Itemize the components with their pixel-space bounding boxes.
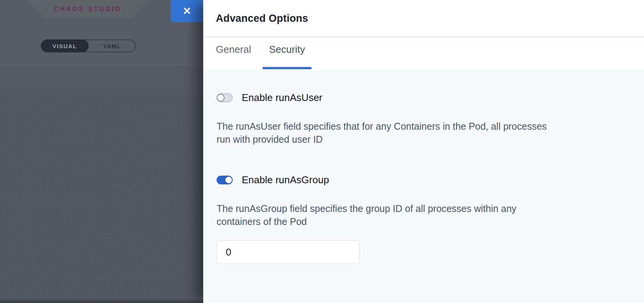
advanced-options-drawer: Advanced Options General Security Enable…: [203, 0, 644, 303]
workflow-canvas-region: CHAOS STUDIO VISUAL YAML ✕: [0, 0, 203, 303]
run-as-group-toggle[interactable]: [217, 176, 233, 184]
run-as-group-row: Enable runAsGroup: [217, 174, 629, 186]
run-as-user-label: Enable runAsUser: [242, 92, 322, 104]
dotted-grid-canvas: [0, 95, 203, 303]
canvas-bottom-fade: [0, 298, 203, 303]
canvas-toolbar-band: [0, 66, 203, 95]
run-as-user-row: Enable runAsUser: [217, 92, 629, 104]
run-as-group-value-input[interactable]: [217, 240, 360, 264]
run-as-user-description: The runAsUser field specifies that for a…: [217, 120, 583, 146]
brand-title: CHAOS STUDIO: [54, 6, 122, 13]
close-icon: ✕: [183, 6, 191, 16]
toggle-knob: [225, 176, 233, 184]
visual-yaml-switch[interactable]: VISUAL YAML: [41, 39, 136, 52]
drawer-close-button[interactable]: ✕: [171, 0, 203, 22]
run-as-group-description: The runAsGroup field specifies the group…: [217, 202, 583, 228]
run-as-group-label: Enable runAsGroup: [242, 174, 329, 186]
toggle-knob: [217, 94, 225, 102]
visual-mode-button[interactable]: VISUAL: [41, 39, 89, 52]
drawer-header: Advanced Options: [203, 0, 644, 37]
run-as-user-toggle[interactable]: [217, 93, 233, 102]
yaml-mode-button[interactable]: YAML: [89, 40, 135, 52]
drawer-tab-strip: General Security: [203, 37, 644, 70]
security-tab-panel: Enable runAsUser The runAsUser field spe…: [203, 70, 644, 303]
drawer-title: Advanced Options: [216, 13, 308, 24]
brand-banner: CHAOS STUDIO: [27, 0, 149, 18]
tab-security[interactable]: Security: [269, 37, 305, 70]
tab-general[interactable]: General: [216, 37, 251, 70]
